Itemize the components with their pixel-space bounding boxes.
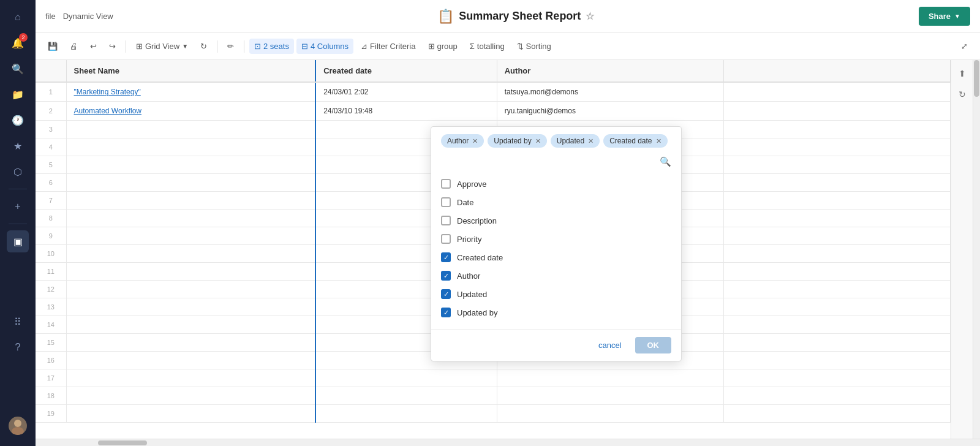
sidebar-item-plugins[interactable]: ⬡: [7, 161, 29, 183]
undo-button[interactable]: ↩: [85, 39, 102, 54]
expand-icon: ⤢: [961, 42, 968, 51]
checkbox-item-updated-by[interactable]: ✓Updated by: [441, 303, 671, 322]
seats-button[interactable]: ⊡ 2 seats: [249, 39, 294, 54]
toolbar: 💾 🖨 ↩ ↪ ⊞ Grid View ▼ ↻ ✏ ⊡ 2 seats ⊟: [36, 33, 980, 60]
tag-updated-by-remove[interactable]: ✕: [535, 137, 541, 145]
sidebar: ⌂ 🔔 2 🔍 📁 🕐 ★ ⬡ + ▣ ⠿ ?: [0, 0, 36, 446]
columns-icon: ⊟: [301, 42, 308, 51]
horizontal-scrollbar[interactable]: [36, 439, 980, 446]
print-icon: 🖨: [70, 42, 78, 51]
toolbar-sep-2: [217, 40, 217, 53]
seats-icon: ⊡: [254, 42, 261, 51]
sidebar-item-add[interactable]: +: [7, 195, 29, 217]
avatar[interactable]: [9, 417, 27, 435]
checkbox-item-date[interactable]: Date: [441, 193, 671, 211]
star-icon[interactable]: ☆: [586, 10, 594, 22]
checkbox-date[interactable]: [441, 197, 451, 207]
checkbox-item-approve[interactable]: Approve: [441, 175, 671, 193]
search-button[interactable]: 🔍: [660, 156, 671, 167]
totalling-button[interactable]: Σ totalling: [465, 39, 510, 54]
redo-icon: ↪: [109, 42, 116, 51]
checkbox-label-date: Date: [457, 198, 473, 207]
checkbox-label-updated: Updated: [457, 290, 487, 299]
svg-point-1: [12, 427, 24, 435]
checkbox-author[interactable]: ✓: [441, 271, 451, 281]
sidebar-item-help[interactable]: ?: [7, 336, 29, 358]
group-button[interactable]: ⊞ group: [423, 39, 462, 54]
sidebar-item-home[interactable]: ⌂: [7, 6, 29, 28]
pen-button[interactable]: ✏: [222, 39, 239, 54]
filter-button[interactable]: ⊿ Filter Criteria: [356, 39, 420, 54]
ok-button[interactable]: OK: [635, 337, 672, 353]
print-button[interactable]: 🖨: [65, 39, 83, 54]
totalling-label: totalling: [477, 42, 505, 51]
checkbox-priority[interactable]: [441, 234, 451, 244]
tag-author-remove[interactable]: ✕: [472, 137, 478, 145]
tag-updated-label: Updated: [557, 137, 584, 145]
sidebar-item-search[interactable]: 🔍: [7, 58, 29, 80]
modal-overlay: Author ✕ Updated by ✕ Updated ✕ Created …: [36, 60, 980, 439]
sidebar-divider-2: [9, 224, 27, 224]
topbar-right: Share ▼: [919, 7, 970, 26]
undo-icon: ↩: [90, 42, 97, 51]
sidebar-item-folders[interactable]: 📁: [7, 83, 29, 105]
notification-badge: 2: [19, 33, 28, 42]
sidebar-item-active-module[interactable]: ▣: [7, 230, 29, 252]
sigma-icon: Σ: [470, 42, 475, 51]
checkbox-item-priority[interactable]: Priority: [441, 230, 671, 248]
share-button[interactable]: Share ▼: [919, 7, 970, 26]
tag-updated[interactable]: Updated ✕: [551, 134, 600, 148]
refresh-button[interactable]: ↻: [195, 39, 212, 54]
svg-point-0: [14, 420, 21, 427]
refresh-icon: ↻: [200, 42, 207, 51]
checkbox-item-updated[interactable]: ✓Updated: [441, 285, 671, 303]
cancel-button[interactable]: cancel: [591, 337, 629, 353]
checkbox-created-date[interactable]: ✓: [441, 252, 451, 262]
file-menu[interactable]: file: [45, 12, 56, 21]
save-icon: 💾: [48, 42, 58, 51]
sorting-button[interactable]: ⇅ Sorting: [512, 39, 556, 54]
filter-label: Filter Criteria: [370, 42, 415, 51]
checkbox-updated[interactable]: ✓: [441, 289, 451, 299]
checkbox-item-created-date[interactable]: ✓Created date: [441, 248, 671, 266]
grid-view-chevron-icon: ▼: [182, 43, 188, 50]
checkbox-label-approve: Approve: [457, 180, 486, 189]
expand-button[interactable]: ⤢: [956, 39, 973, 54]
grid-view-button[interactable]: ⊞ Grid View ▼: [131, 39, 193, 54]
grid-view-label: Grid View: [145, 42, 179, 51]
checkbox-item-description[interactable]: Description: [441, 211, 671, 230]
checkbox-description[interactable]: [441, 216, 451, 225]
search-row: 🔍: [431, 153, 681, 172]
columns-button[interactable]: ⊟ 4 Columns: [296, 39, 353, 54]
dynamic-view-menu[interactable]: Dynamic View: [63, 12, 113, 21]
checkbox-label-created-date: Created date: [457, 253, 503, 262]
tag-author[interactable]: Author ✕: [441, 134, 484, 148]
sidebar-item-notifications[interactable]: 🔔 2: [7, 32, 29, 54]
tags-row: Author ✕ Updated by ✕ Updated ✕ Created …: [431, 127, 681, 153]
sidebar-item-starred[interactable]: ★: [7, 135, 29, 157]
horizontal-scroll-thumb[interactable]: [98, 440, 147, 445]
share-chevron-icon: ▼: [954, 13, 960, 20]
sidebar-item-grid-apps[interactable]: ⠿: [7, 311, 29, 333]
notebook-icon: 📋: [437, 9, 454, 25]
share-label: Share: [929, 12, 951, 21]
tag-updated-remove[interactable]: ✕: [588, 137, 594, 145]
redo-button[interactable]: ↪: [104, 39, 121, 54]
tag-updated-by[interactable]: Updated by ✕: [488, 134, 546, 148]
sorting-label: Sorting: [526, 42, 551, 51]
checkbox-approve[interactable]: [441, 179, 451, 189]
group-icon: ⊞: [428, 42, 435, 51]
sidebar-item-recent[interactable]: 🕐: [7, 109, 29, 131]
save-button[interactable]: 💾: [43, 39, 62, 54]
checkbox-item-author[interactable]: ✓Author: [441, 266, 671, 285]
page-title: Summary Sheet Report: [459, 10, 581, 23]
toolbar-sep-1: [126, 40, 126, 53]
checkbox-label-priority: Priority: [457, 235, 481, 244]
checkbox-updated-by[interactable]: ✓: [441, 308, 451, 317]
main-area: file Dynamic View 📋 Summary Sheet Report…: [36, 0, 980, 446]
tag-updated-by-label: Updated by: [494, 137, 531, 145]
grid-area: Sheet Name Created date Author 1"Marketi…: [36, 60, 980, 439]
tag-created-date-remove[interactable]: ✕: [656, 137, 662, 145]
tag-created-date[interactable]: Created date ✕: [603, 134, 667, 148]
checkbox-label-author: Author: [457, 271, 480, 281]
